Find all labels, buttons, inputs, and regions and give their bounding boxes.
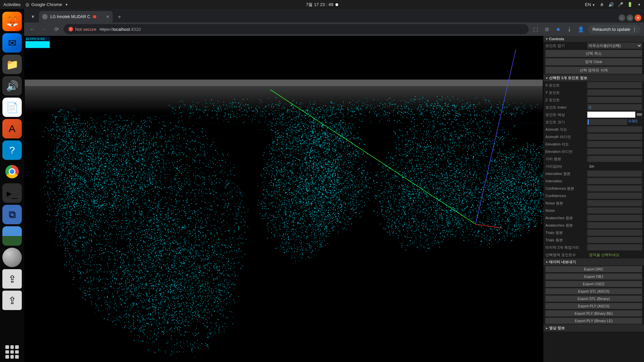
svg-rect-5851: [112, 151, 113, 152]
downloads-icon[interactable]: ⭳: [566, 25, 574, 33]
section-controls[interactable]: ▾Controls: [543, 36, 644, 42]
dock-rhythmbox[interactable]: 🔊: [2, 76, 22, 96]
svg-rect-6825: [201, 241, 201, 242]
dock-screenshot[interactable]: ⧉: [2, 205, 22, 224]
lidar-viewport[interactable]: 60 FPS (0-99): [24, 36, 543, 362]
app-menu[interactable]: ◎ Google Chrome ▼: [25, 2, 68, 7]
color-swatch[interactable]: [587, 112, 635, 118]
svg-rect-19098: [472, 133, 473, 133]
svg-rect-14014: [414, 236, 415, 236]
svg-rect-2915: [115, 324, 115, 325]
battery-icon[interactable]: 🔋: [627, 2, 633, 7]
window-close-button[interactable]: ✕: [635, 14, 641, 21]
export-usdz-button[interactable]: Export USDZ: [545, 281, 642, 287]
volume-icon[interactable]: 🔊: [608, 2, 614, 7]
cast-icon[interactable]: ⬚: [531, 25, 539, 33]
window-maximize-button[interactable]: □: [627, 14, 633, 21]
export-ply-ascii-button[interactable]: Export PLY (ASCII): [545, 303, 642, 309]
dock-help[interactable]: ?: [2, 140, 22, 160]
size-slider[interactable]: [587, 119, 627, 125]
profile-icon[interactable]: 👤: [577, 25, 585, 33]
export-stl-ascii-button[interactable]: Export STL (ASCII): [545, 288, 642, 294]
export-ply-le-button[interactable]: Export PLY (Binary LE): [545, 318, 642, 324]
svg-rect-15311: [379, 190, 380, 190]
new-tab-button[interactable]: ＋: [115, 12, 124, 21]
forward-button[interactable]: →: [40, 24, 49, 34]
microphone-icon[interactable]: 🎤: [618, 2, 623, 7]
dock-thunderbird[interactable]: ✉: [2, 33, 22, 53]
dock-files[interactable]: 📁: [2, 55, 22, 74]
dock-terminal[interactable]: ▸_: [2, 183, 22, 203]
dock-usb-2[interactable]: ⇪: [2, 291, 22, 310]
export-ply-be-button[interactable]: Export PLY (Binary BE): [545, 310, 642, 316]
export-stl-binary-button[interactable]: Export STL (Binary): [545, 296, 642, 302]
svg-rect-11280: [319, 176, 319, 176]
dock-usb-1[interactable]: ⇪: [2, 269, 22, 289]
section-export[interactable]: ▾데이터 내보내기: [543, 258, 644, 265]
relaunch-button[interactable]: Relaunch to update⋮: [588, 25, 641, 34]
pointcloud-canvas[interactable]: [24, 36, 543, 362]
svg-rect-19058: [417, 138, 417, 139]
section-video-info[interactable]: ▸영상 정보: [543, 324, 644, 331]
svg-rect-2013: [116, 225, 116, 225]
clear-region-button[interactable]: 영역 Clear: [545, 58, 642, 65]
svg-rect-1538: [165, 197, 166, 198]
network-icon[interactable]: ⋔: [599, 2, 604, 7]
svg-rect-13328: [283, 133, 284, 134]
svg-rect-7146: [141, 246, 141, 247]
svg-rect-17438: [467, 201, 468, 201]
back-button[interactable]: ←: [28, 24, 37, 34]
reload-button[interactable]: ⟳: [52, 24, 61, 34]
svg-rect-15424: [431, 189, 431, 189]
svg-rect-4648: [155, 187, 155, 188]
system-menu-chevron-icon[interactable]: ▼: [638, 3, 641, 6]
tab-close-button[interactable]: ✕: [106, 14, 109, 19]
dock-app-sphere[interactable]: [2, 248, 22, 267]
window-minimize-button[interactable]: –: [619, 14, 625, 21]
browser-tab[interactable]: LG Innotek MLiDAR C ✕: [39, 11, 113, 22]
svg-rect-1209: [96, 305, 97, 306]
address-bar[interactable]: ! Not secure https://localhost:4310: [64, 24, 529, 34]
svg-rect-4304: [129, 245, 129, 246]
svg-rect-1513: [141, 127, 142, 127]
svg-rect-8191: [83, 222, 84, 222]
dock-firefox[interactable]: 🦊: [2, 12, 22, 31]
svg-rect-12918: [312, 147, 312, 148]
bookmark-star-icon[interactable]: ★: [554, 25, 562, 33]
svg-rect-11637: [345, 203, 345, 203]
svg-rect-8802: [68, 143, 69, 143]
export-obj-button[interactable]: Export OBJ: [545, 274, 642, 280]
svg-rect-4147: [110, 216, 111, 217]
activities-button[interactable]: Activities: [3, 2, 20, 7]
svg-rect-16841: [450, 188, 451, 189]
dock-writer[interactable]: 📄: [2, 98, 22, 117]
export-drc-button[interactable]: Export DRC: [545, 266, 642, 272]
clock[interactable]: 7월 17 23 : 49: [306, 2, 338, 8]
location-blocked-icon[interactable]: ⊘: [543, 25, 551, 33]
svg-rect-9610: [339, 184, 339, 185]
dock-software[interactable]: A: [2, 119, 22, 138]
dock-image-viewer[interactable]: [2, 226, 22, 246]
svg-rect-19145: [497, 140, 497, 140]
svg-rect-18750: [540, 192, 540, 192]
svg-rect-3948: [200, 232, 201, 233]
svg-rect-4181: [189, 217, 190, 218]
dock-chrome[interactable]: [2, 162, 22, 181]
svg-rect-1136: [158, 273, 159, 274]
svg-rect-6329: [185, 265, 186, 265]
svg-rect-4947: [136, 156, 136, 156]
svg-rect-7921: [59, 179, 60, 180]
security-indicator[interactable]: ! Not secure: [68, 27, 96, 32]
pick-mode-select[interactable]: 마우스이동(미선택): [587, 43, 642, 49]
svg-rect-12461: [332, 182, 332, 182]
language-indicator[interactable]: EN▼: [585, 2, 595, 7]
svg-rect-941: [196, 199, 197, 199]
delete-outside-button[interactable]: 선택 영역외 삭제: [545, 67, 642, 74]
tab-search-button[interactable]: ▾: [27, 10, 39, 22]
svg-rect-10254: [322, 197, 323, 197]
svg-rect-19576: [522, 112, 523, 112]
dock-show-apps[interactable]: [5, 345, 19, 359]
cancel-selection-button[interactable]: 선택 취소: [545, 50, 642, 57]
svg-rect-3528: [152, 188, 153, 188]
section-point-info[interactable]: ▾선택한 1개 포인트 정보: [543, 74, 644, 81]
